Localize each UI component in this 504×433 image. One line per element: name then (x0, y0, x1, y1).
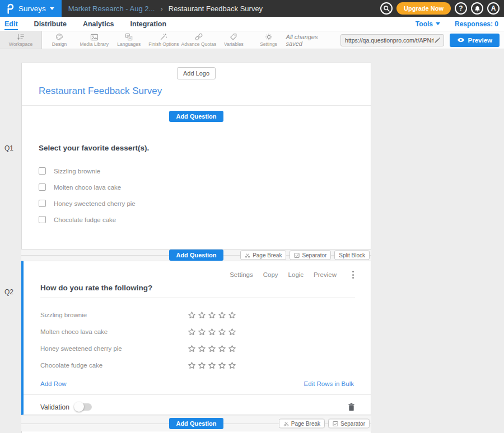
survey-editor-canvas: Q1 Q2 Add Logo Restaurant Feedback Surve… (0, 49, 504, 432)
star-icon[interactable] (198, 328, 206, 336)
questionpro-logo-icon (6, 3, 15, 14)
scissors-icon (283, 421, 289, 426)
add-question-button-bottom[interactable]: Add Question (169, 418, 223, 429)
toolbar-item-label: Media Library (80, 41, 109, 47)
star-icon[interactable] (208, 345, 216, 353)
toolbar-item-workspace[interactable]: Workspace (0, 31, 42, 49)
star-icon[interactable] (188, 361, 196, 370)
eye-icon (457, 37, 465, 43)
star-icon[interactable] (208, 361, 216, 370)
question-preview-button[interactable]: Preview (314, 271, 337, 278)
question-text-q1[interactable]: Select your favorite dessert(s). (39, 144, 371, 152)
star-icon[interactable] (218, 361, 226, 370)
page-break-button[interactable]: Page Break (240, 251, 286, 260)
star-icon[interactable] (218, 328, 226, 336)
rating-row: Molten choco lava cake (24, 323, 371, 340)
row-label[interactable]: Chocolate fudge cake (40, 362, 188, 369)
separator-button[interactable]: Separator (290, 251, 331, 260)
separator-button[interactable]: Separator (328, 419, 370, 429)
checkbox[interactable] (39, 167, 46, 175)
star-icon[interactable] (208, 311, 216, 319)
preview-button[interactable]: Preview (450, 34, 500, 47)
split-block-button[interactable]: Split Block (334, 251, 370, 260)
star-icon[interactable] (228, 345, 236, 353)
answer-option: Molten choco lava cake (39, 179, 371, 195)
tools-menu[interactable]: Tools (416, 20, 440, 28)
star-icon[interactable] (218, 311, 226, 319)
toolbar-item-advance-quotas[interactable]: Advance Quotas (181, 31, 216, 49)
star-icon[interactable] (228, 311, 236, 319)
surveys-product-menu[interactable]: Surveys (0, 0, 62, 17)
bell-icon (474, 5, 481, 12)
option-label[interactable]: Sizzling brownie (54, 168, 100, 175)
edit-rows-in-bulk-link[interactable]: Edit Rows in Bulk (304, 380, 354, 387)
question-settings-button[interactable]: Settings (230, 271, 253, 278)
option-label[interactable]: Chocolate fudge cake (54, 216, 116, 223)
question-number-q2: Q2 (4, 288, 13, 296)
surveys-menu-label: Surveys (18, 4, 46, 13)
question-copy-button[interactable]: Copy (263, 271, 278, 278)
star-icon[interactable] (198, 345, 206, 353)
more-options-kebab-icon[interactable] (350, 270, 356, 280)
star-icon[interactable] (188, 328, 196, 336)
row-label[interactable]: Honey sweetened cherry pie (40, 345, 188, 352)
rating-row: Chocolate fudge cake (24, 357, 371, 374)
toolbar-item-variables[interactable]: Variables (216, 31, 251, 49)
row-label[interactable]: Sizzling brownie (40, 312, 188, 318)
breadcrumb-folder[interactable]: Market Research - Aug 2... (68, 4, 155, 13)
trash-icon (348, 403, 355, 411)
star-rating (188, 328, 238, 336)
chain-links-icon (195, 33, 203, 41)
star-icon[interactable] (218, 345, 226, 353)
toolbar-item-design[interactable]: Design (42, 31, 77, 49)
add-logo-button[interactable]: Add Logo (177, 67, 216, 79)
tab-edit[interactable]: Edit (4, 18, 18, 30)
option-label[interactable]: Molten choco lava cake (54, 184, 121, 191)
notifications-button[interactable] (471, 2, 483, 15)
star-icon[interactable] (198, 361, 206, 370)
breadcrumb-survey-name: Restaurant Feedback Survey (169, 4, 263, 13)
checkbox-check-icon (294, 252, 300, 258)
checkbox[interactable] (39, 216, 46, 223)
star-icon[interactable] (198, 311, 206, 319)
tab-integration[interactable]: Integration (130, 18, 167, 30)
tab-analytics[interactable]: Analytics (83, 18, 114, 30)
toolbar-item-label: Languages (117, 41, 141, 47)
option-label[interactable]: Honey sweetened cherry pie (54, 200, 136, 207)
avatar-initial: A (491, 4, 496, 12)
question-footer: Validation (24, 394, 371, 415)
checkbox[interactable] (39, 183, 46, 191)
toolbar-item-media-library[interactable]: Media Library (77, 31, 111, 49)
survey-url-input[interactable] (345, 37, 433, 44)
question-q1: Select your favorite dessert(s). Sizzlin… (22, 127, 371, 228)
page-break-button[interactable]: Page Break (279, 419, 325, 429)
toolbar-item-languages[interactable]: A Languages (111, 31, 146, 49)
responses-count[interactable]: Responses: 0 (455, 20, 498, 28)
question-text-q2[interactable]: How do you rate the following? (40, 284, 355, 298)
star-icon[interactable] (188, 345, 196, 353)
checkbox[interactable] (39, 200, 46, 207)
upgrade-now-button[interactable]: Upgrade Now (396, 2, 451, 15)
help-button[interactable]: ? (455, 2, 467, 15)
tab-distribute[interactable]: Distribute (34, 18, 67, 30)
search-button[interactable] (380, 2, 393, 15)
add-row-link[interactable]: Add Row (40, 380, 67, 387)
validation-label: Validation (40, 403, 69, 411)
toolbar-item-settings[interactable]: Settings (251, 31, 286, 49)
star-icon[interactable] (208, 328, 216, 336)
add-question-button-top[interactable]: Add Question (169, 111, 223, 122)
question-logic-button[interactable]: Logic (288, 271, 304, 278)
validation-toggle[interactable] (75, 403, 92, 411)
row-label[interactable]: Molten choco lava cake (40, 328, 188, 335)
survey-title[interactable]: Restaurant Feedback Survey (22, 79, 371, 105)
account-avatar[interactable]: A (487, 2, 500, 15)
edit-pencil-icon[interactable] (434, 37, 441, 44)
delete-question-button[interactable] (348, 403, 355, 411)
star-icon[interactable] (228, 361, 236, 370)
caret-down-icon (50, 7, 54, 10)
star-icon[interactable] (188, 311, 196, 319)
add-question-button-mid[interactable]: Add Question (169, 250, 223, 261)
toolbar-item-finish-options[interactable]: Finish Options (146, 31, 181, 49)
star-icon[interactable] (228, 328, 236, 336)
palette-icon (55, 33, 63, 41)
